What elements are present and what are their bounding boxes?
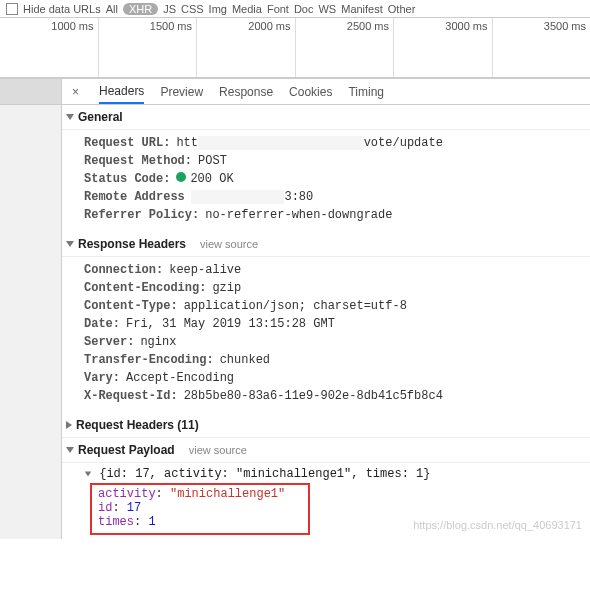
hide-data-urls-label: Hide data URLs (23, 3, 101, 15)
filter-other[interactable]: Other (388, 3, 416, 15)
header-value: keep-alive (169, 263, 241, 277)
filter-css[interactable]: CSS (181, 3, 204, 15)
header-key: Vary: (84, 371, 120, 385)
filter-ws[interactable]: WS (318, 3, 336, 15)
payload-row: times: 1 (98, 515, 302, 529)
chevron-right-icon (66, 421, 72, 429)
timeline-tick: 3500 ms (544, 20, 586, 32)
section-general-body: Request URL: https://xxx.xxxxxxx.xx/xx/v… (62, 130, 590, 232)
filter-media[interactable]: Media (232, 3, 262, 15)
header-key: Server: (84, 335, 134, 349)
tab-cookies[interactable]: Cookies (289, 80, 332, 104)
section-response-headers-title: Response Headers (78, 237, 186, 251)
request-list-item-selected[interactable] (0, 79, 61, 105)
header-value: Accept-Encoding (126, 371, 234, 385)
request-method-label: Request Method: (84, 154, 192, 168)
header-key: Transfer-Encoding: (84, 353, 214, 367)
referrer-policy-value: no-referrer-when-downgrade (205, 208, 392, 222)
timeline-tick: 2500 ms (347, 20, 389, 32)
section-response-headers-header[interactable]: Response Headers view source (62, 232, 590, 257)
section-request-headers-header[interactable]: Request Headers (11) (62, 413, 590, 438)
chevron-down-icon (66, 114, 74, 120)
payload-highlight-box: activity: "minichallenge1" id: 17 times:… (90, 483, 310, 535)
section-request-headers-title: Request Headers (11) (76, 418, 199, 432)
header-value: 28b5be80-83a6-11e9-902e-8db41c5fb8c4 (184, 389, 443, 403)
header-key: Content-Encoding: (84, 281, 206, 295)
filter-img[interactable]: Img (209, 3, 227, 15)
watermark: https://blog.csdn.net/qq_40693171 (413, 519, 582, 531)
header-value: application/json; charset=utf-8 (184, 299, 407, 313)
tab-headers[interactable]: Headers (99, 79, 144, 104)
request-url-label: Request URL: (84, 136, 170, 150)
timeline-tick: 1500 ms (150, 20, 192, 32)
chevron-down-icon (66, 447, 74, 453)
header-key: Content-Type: (84, 299, 178, 313)
header-key: X-Request-Id: (84, 389, 178, 403)
payload-row: activity: "minichallenge1" (98, 487, 302, 501)
filter-js[interactable]: JS (163, 3, 176, 15)
filter-font[interactable]: Font (267, 3, 289, 15)
remote-address-label: Remote Address (84, 190, 185, 204)
tab-response[interactable]: Response (219, 80, 273, 104)
chevron-down-icon (66, 241, 74, 247)
request-method-value: POST (198, 154, 227, 168)
section-general-header[interactable]: General (62, 105, 590, 130)
header-key: Date: (84, 317, 120, 331)
details-panel: × Headers Preview Response Cookies Timin… (62, 78, 590, 539)
filter-doc[interactable]: Doc (294, 3, 314, 15)
payload-row: id: 17 (98, 501, 302, 515)
tab-preview[interactable]: Preview (160, 80, 203, 104)
status-code-label: Status Code: (84, 172, 170, 186)
filter-manifest[interactable]: Manifest (341, 3, 383, 15)
header-key: Connection: (84, 263, 163, 277)
chevron-down-icon (85, 472, 91, 477)
close-icon[interactable]: × (68, 85, 83, 99)
hide-data-urls-checkbox[interactable] (6, 3, 18, 15)
status-code-value: 200 OK (176, 172, 233, 186)
remote-address-value: : 11.111.11.13:80 (191, 190, 313, 204)
timeline[interactable]: 1000 ms 1500 ms 2000 ms 2500 ms 3000 ms … (0, 18, 590, 78)
filter-xhr[interactable]: XHR (123, 3, 158, 15)
section-response-headers-body: Connection:keep-alive Content-Encoding:g… (62, 257, 590, 413)
view-source-link[interactable]: view source (200, 238, 258, 250)
filter-all[interactable]: All (106, 3, 118, 15)
header-value: Fri, 31 May 2019 13:15:28 GMT (126, 317, 335, 331)
filter-bar: Hide data URLs All XHR JS CSS Img Media … (0, 0, 590, 18)
request-url-value: https://xxx.xxxxxxx.xx/xx/vote/update (176, 136, 442, 150)
section-request-payload-title: Request Payload (78, 443, 175, 457)
payload-summary[interactable]: {id: 17, activity: "minichallenge1", tim… (84, 467, 590, 481)
tab-timing[interactable]: Timing (348, 80, 384, 104)
view-source-link[interactable]: view source (189, 444, 247, 456)
referrer-policy-label: Referrer Policy: (84, 208, 199, 222)
panel-tabs: × Headers Preview Response Cookies Timin… (62, 79, 590, 105)
header-value: chunked (220, 353, 270, 367)
header-value: nginx (140, 335, 176, 349)
section-general-title: General (78, 110, 123, 124)
status-dot-icon (176, 172, 186, 182)
header-value: gzip (212, 281, 241, 295)
timeline-tick: 2000 ms (248, 20, 290, 32)
section-request-payload-header[interactable]: Request Payload view source (62, 438, 590, 463)
timeline-tick: 1000 ms (51, 20, 93, 32)
request-list[interactable] (0, 78, 62, 539)
timeline-tick: 3000 ms (445, 20, 487, 32)
